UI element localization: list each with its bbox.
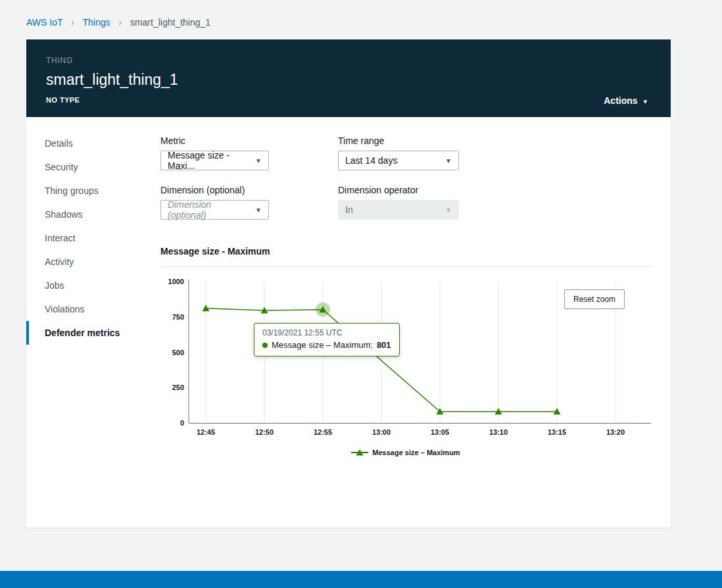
- defender-metrics-panel: Metric Message size - Maxi... ▼ Time ran…: [160, 117, 671, 527]
- chevron-down-icon: ▾: [643, 97, 647, 105]
- breadcrumb-link-aws-iot[interactable]: AWS IoT: [26, 17, 62, 28]
- breadcrumb: AWS IoT › Things › smart_light_thing_1: [0, 0, 722, 39]
- dimension-operator-field: Dimension operator In ▼: [338, 185, 516, 220]
- sidebar-item-security[interactable]: Security: [26, 155, 160, 179]
- chart-tooltip: 03/19/2021 12:55 UTC Message size – Maxi…: [254, 323, 400, 356]
- thing-detail-card: Details Security Thing groups Shadows In…: [26, 117, 671, 527]
- sidebar-item-interact[interactable]: Interact: [26, 226, 160, 250]
- svg-text:250: 250: [172, 383, 184, 391]
- sidebar: Details Security Thing groups Shadows In…: [26, 117, 160, 527]
- svg-text:1000: 1000: [168, 278, 184, 285]
- dimension-operator-select: In ▼: [338, 200, 459, 220]
- chart-legend-label: Message size – Maximum: [372, 449, 460, 456]
- svg-text:0: 0: [180, 419, 184, 427]
- thing-kicker: THING: [46, 56, 651, 65]
- svg-text:13:10: 13:10: [489, 428, 508, 436]
- time-range-select[interactable]: Last 14 days ▼: [338, 151, 459, 170]
- chevron-down-icon: ▼: [255, 207, 262, 214]
- breadcrumb-link-things[interactable]: Things: [82, 17, 110, 28]
- svg-text:12:55: 12:55: [314, 428, 332, 436]
- breadcrumb-current-thing: smart_light_thing_1: [130, 17, 210, 28]
- chart-title-divider: [160, 266, 651, 267]
- sidebar-item-thing-groups[interactable]: Thing groups: [26, 179, 160, 203]
- breadcrumb-separator-icon: ›: [118, 17, 122, 28]
- metric-select[interactable]: Message size - Maxi... ▼: [160, 151, 269, 170]
- breadcrumb-separator-icon: ›: [71, 17, 74, 28]
- series-dot-icon: [262, 343, 268, 348]
- dimension-operator-label: Dimension operator: [338, 185, 516, 195]
- triangle-legend-marker-icon: [351, 449, 368, 456]
- metric-label: Metric: [160, 135, 338, 146]
- sidebar-item-details[interactable]: Details: [26, 132, 160, 155]
- sidebar-item-violations[interactable]: Violations: [26, 297, 160, 321]
- chevron-down-icon: ▼: [255, 157, 262, 164]
- metric-field: Metric Message size - Maxi... ▼: [160, 135, 338, 170]
- time-range-label: Time range: [338, 135, 516, 146]
- tooltip-timestamp: 03/19/2021 12:55 UTC: [262, 328, 391, 337]
- page-title: smart_light_thing_1: [46, 71, 651, 89]
- actions-button-label: Actions: [604, 95, 637, 106]
- chevron-down-icon: ▼: [445, 157, 452, 164]
- sidebar-item-jobs[interactable]: Jobs: [26, 274, 160, 297]
- actions-button[interactable]: Actions ▾: [600, 95, 651, 107]
- thing-type-label: NO TYPE: [46, 96, 651, 104]
- dimension-label: Dimension (optional): [160, 185, 338, 195]
- svg-text:500: 500: [172, 349, 184, 356]
- tooltip-series-label: Message size – Maximum:: [272, 340, 373, 350]
- svg-text:12:50: 12:50: [255, 428, 274, 436]
- dimension-field: Dimension (optional) Dimension (optional…: [160, 185, 338, 220]
- tooltip-value: 801: [377, 340, 391, 350]
- sidebar-item-shadows[interactable]: Shadows: [26, 203, 160, 226]
- metric-select-value: Message size - Maxi...: [168, 150, 250, 171]
- svg-text:13:00: 13:00: [372, 428, 391, 436]
- time-range-field: Time range Last 14 days ▼: [338, 135, 516, 170]
- svg-text:12:45: 12:45: [197, 428, 215, 436]
- footer-bar: [0, 571, 722, 588]
- svg-text:750: 750: [172, 313, 184, 321]
- svg-text:13:05: 13:05: [431, 428, 449, 436]
- chart-legend[interactable]: Message size – Maximum: [160, 449, 651, 456]
- dimension-select[interactable]: Dimension (optional) ▼: [160, 200, 269, 220]
- thing-header: THING smart_light_thing_1 NO TYPE Action…: [26, 39, 671, 117]
- time-range-select-value: Last 14 days: [345, 155, 397, 166]
- svg-text:13:15: 13:15: [548, 428, 566, 436]
- chart-title: Message size - Maximum: [160, 246, 651, 257]
- dimension-select-placeholder: Dimension (optional): [168, 199, 250, 220]
- chevron-down-icon: ▼: [445, 207, 452, 214]
- metrics-chart[interactable]: 12:4512:5012:5513:0013:0513:1013:1513:20…: [160, 275, 651, 456]
- sidebar-item-defender-metrics[interactable]: Defender metrics: [26, 321, 160, 345]
- sidebar-item-activity[interactable]: Activity: [26, 250, 160, 274]
- dimension-operator-value: In: [345, 205, 353, 215]
- reset-zoom-button[interactable]: Reset zoom: [564, 289, 625, 309]
- svg-text:13:20: 13:20: [606, 428, 625, 436]
